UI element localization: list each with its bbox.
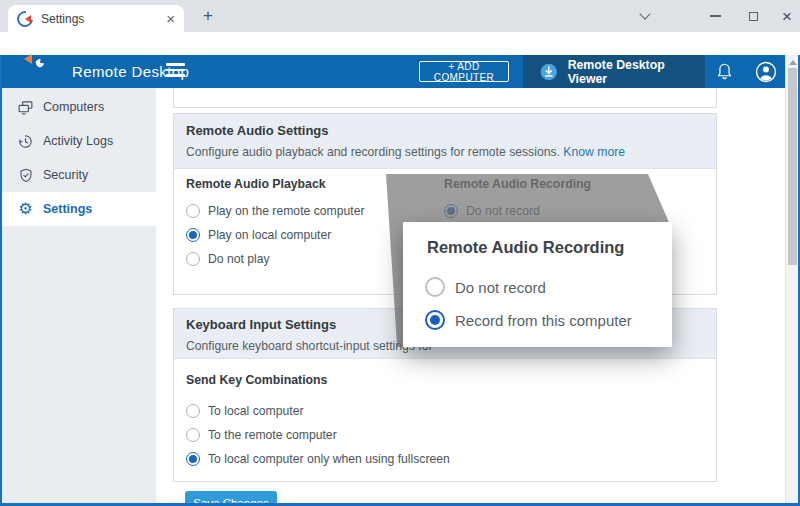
tab-title: Settings [41,12,166,26]
radio-to-remote[interactable]: To the remote computer [186,428,337,442]
tab-search-chevron-icon[interactable] [630,0,660,32]
radio-local-fullscreen[interactable]: To local computer only when using fullsc… [186,452,450,466]
radio-icon-selected[interactable] [425,310,445,330]
sidebar-item-settings[interactable]: ⚙ Settings [0,192,156,226]
radio-to-local[interactable]: To local computer [186,404,304,418]
radio-icon[interactable] [425,277,445,297]
radio-icon-selected[interactable] [186,452,200,466]
popup-title: Remote Audio Recording [427,238,624,257]
menu-hamburger-icon[interactable] [166,63,185,80]
browser-tabstrip: Settings × + × [0,0,800,32]
scrollbar-up-arrow[interactable] [789,60,797,65]
window-border-left [0,55,2,506]
gear-icon: ⚙ [17,201,34,218]
know-more-link[interactable]: Know more [563,145,625,159]
shield-check-icon [17,167,34,184]
notifications-bell-icon[interactable] [710,55,738,88]
history-clock-icon [17,133,34,150]
radio-icon[interactable] [186,428,200,442]
page-scrollbar[interactable] [785,55,798,506]
sidebar: Computers Activity Logs Security ⚙ Setti… [0,88,156,506]
window-restore-button[interactable] [738,0,768,32]
radio-icon[interactable] [186,404,200,418]
sidebar-item-activity-logs[interactable]: Activity Logs [0,124,156,158]
browser-addressbar: ← → app.remotedesktop.com/settings ☆ ⋮ [0,32,800,55]
scrollbar-thumb[interactable] [788,68,797,265]
playback-group-title: Remote Audio Playback [186,177,326,191]
viewer-label: Remote Desktop Viewer [568,58,705,86]
window-minimize-button[interactable] [700,0,730,32]
audio-section-description: Configure audio playback and recording s… [186,145,625,159]
tab-close-icon[interactable]: × [166,11,175,26]
radio-play-local[interactable]: Play on local computer [186,228,331,242]
audio-section-title: Remote Audio Settings [186,123,329,138]
magnifier-popup: Remote Audio Recording Do not record Rec… [403,222,672,347]
radio-icon[interactable] [186,204,200,218]
popup-radio-do-not-record[interactable]: Do not record [425,277,546,297]
site-favicon [17,11,33,27]
radio-icon-selected[interactable] [186,228,200,242]
computers-icon [17,99,34,116]
remote-desktop-viewer-button[interactable]: Remote Desktop Viewer [523,55,705,88]
audio-section-header: Remote Audio Settings Configure audio pl… [174,114,716,169]
window-close-button[interactable]: × [772,0,800,32]
new-tab-button[interactable]: + [196,4,220,28]
add-computer-button[interactable]: + ADD COMPUTER [419,61,509,82]
radio-icon[interactable] [186,252,200,266]
radio-play-remote[interactable]: Play on the remote computer [186,204,365,218]
sidebar-item-security[interactable]: Security [0,158,156,192]
download-icon [539,62,559,82]
radio-do-not-play[interactable]: Do not play [186,252,270,266]
browser-tab[interactable]: Settings × [8,5,184,32]
keyboard-section-description: Configure keyboard shortcut-input settin… [186,339,433,353]
send-key-group-title: Send Key Combinations [186,373,327,387]
sidebar-item-computers[interactable]: Computers [0,90,156,124]
popup-radio-record-from-computer[interactable]: Record from this computer [425,310,632,330]
partial-card-top [173,88,717,108]
account-avatar-icon[interactable] [750,55,782,88]
keyboard-section-title: Keyboard Input Settings [186,317,336,332]
